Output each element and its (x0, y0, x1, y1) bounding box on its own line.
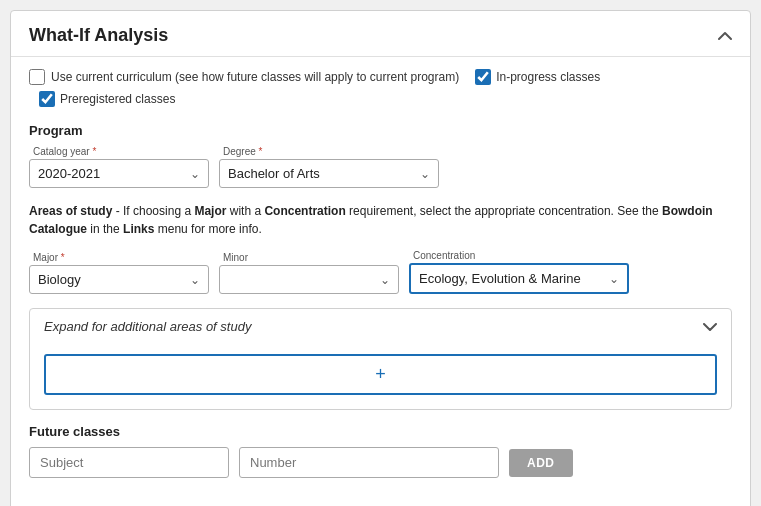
concentration-select-wrapper: Ecology, Evolution & Marine Biochemistry… (409, 263, 629, 294)
number-input[interactable] (239, 447, 499, 478)
use-current-curriculum-checkbox[interactable] (29, 69, 45, 85)
expand-chevron-icon (703, 323, 717, 331)
subject-input[interactable] (29, 447, 229, 478)
preregistered-group: Preregistered classes (39, 91, 175, 107)
preregistered-checkbox[interactable] (39, 91, 55, 107)
future-classes-row: ADD (29, 447, 732, 478)
minor-select-wrapper: Computer Science Mathematics ⌄ (219, 265, 399, 294)
expand-body: + (30, 344, 731, 409)
add-button[interactable]: ADD (509, 449, 573, 477)
collapse-icon[interactable] (718, 29, 732, 43)
program-section-label: Program (29, 123, 732, 138)
future-classes-label: Future classes (29, 424, 732, 439)
minor-group: Minor Computer Science Mathematics ⌄ (219, 252, 399, 294)
expand-section: Expand for additional areas of study + (29, 308, 732, 410)
panel-title: What-If Analysis (29, 25, 168, 46)
major-select-wrapper: Biology Chemistry Mathematics ⌄ (29, 265, 209, 294)
major-select[interactable]: Biology Chemistry Mathematics (30, 266, 208, 293)
expand-header[interactable]: Expand for additional areas of study (30, 309, 731, 344)
minor-select[interactable]: Computer Science Mathematics (220, 266, 398, 293)
degree-group: Degree * Bachelor of Arts Bachelor of Sc… (219, 146, 439, 188)
concentration-label: Concentration (409, 250, 629, 261)
what-if-analysis-panel: What-If Analysis Use current curriculum … (10, 10, 751, 506)
preregistered-label: Preregistered classes (60, 92, 175, 106)
degree-select[interactable]: Bachelor of Arts Bachelor of Science (220, 160, 438, 187)
panel-body: Use current curriculum (see how future c… (11, 57, 750, 506)
degree-required: * (259, 146, 263, 157)
program-section: Program Catalog year * 2020-2021 2019-20… (29, 123, 732, 188)
in-progress-checkbox[interactable] (475, 69, 491, 85)
catalog-year-required: * (92, 146, 96, 157)
concentration-select[interactable]: Ecology, Evolution & Marine Biochemistry… (411, 265, 627, 292)
add-row-button[interactable]: + (44, 354, 717, 395)
catalog-year-group: Catalog year * 2020-2021 2019-2020 2021-… (29, 146, 209, 188)
major-group: Major * Biology Chemistry Mathematics ⌄ (29, 252, 209, 294)
concentration-group: Concentration Ecology, Evolution & Marin… (409, 250, 629, 294)
panel-header: What-If Analysis (11, 11, 750, 57)
degree-label: Degree * (219, 146, 439, 157)
minor-label: Minor (219, 252, 399, 263)
use-current-curriculum-label: Use current curriculum (see how future c… (51, 70, 459, 84)
future-classes-section: Future classes ADD (29, 424, 732, 478)
expand-label: Expand for additional areas of study (44, 319, 251, 334)
catalog-year-select[interactable]: 2020-2021 2019-2020 2021-2022 (30, 160, 208, 187)
in-progress-group: In-progress classes (475, 69, 600, 85)
areas-description: Areas of study - If choosing a Major wit… (29, 202, 732, 238)
study-row: Major * Biology Chemistry Mathematics ⌄ … (29, 250, 732, 294)
catalog-year-label: Catalog year * (29, 146, 209, 157)
catalog-year-select-wrapper: 2020-2021 2019-2020 2021-2022 ⌄ (29, 159, 209, 188)
in-progress-label: In-progress classes (496, 70, 600, 84)
degree-select-wrapper: Bachelor of Arts Bachelor of Science ⌄ (219, 159, 439, 188)
program-dropdowns: Catalog year * 2020-2021 2019-2020 2021-… (29, 146, 732, 188)
options-row: Use current curriculum (see how future c… (29, 69, 732, 107)
major-label: Major * (29, 252, 209, 263)
major-required: * (61, 252, 65, 263)
